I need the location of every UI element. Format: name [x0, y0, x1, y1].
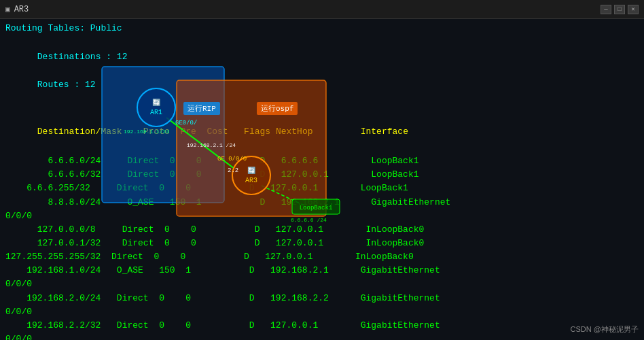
col-proto: Proto — [143, 126, 181, 137]
window-icon: ▣ — [5, 5, 10, 14]
route-row: 192.168.2.0/24 Direct 0 0 D 192.168.2.2 … — [5, 292, 639, 305]
route-row: 6.6.6.0/24 Direct 0 0 D 6.6.6.6 LoopBack… — [5, 154, 639, 168]
column-headers: Destination/Mask Proto Pre Cost Flags Ne… — [5, 111, 639, 153]
col-interface: Interface — [361, 126, 408, 137]
terminal-content: Routing Tables: Public Destinations : 12… — [0, 19, 644, 340]
col-cost: Cost — [207, 126, 244, 137]
col-dest: Destination/Mask — [37, 126, 143, 137]
watermark: CSDN @神秘泥男子 — [571, 324, 639, 335]
title-bar: ▣ AR3 ─ □ ✕ — [0, 0, 644, 19]
route-continuation: 0/0/0 — [5, 333, 639, 340]
destinations-count: Destinations : 12 — [37, 52, 128, 62]
route-row: 192.168.1.0/24 O_ASE 150 1 D 192.168.2.1… — [5, 264, 639, 277]
routes-count: Routes : 12 — [37, 80, 96, 90]
minimize-button[interactable]: ─ — [601, 5, 611, 14]
route-row: 6.6.6.255/32 Direct 0 0 D 127.0.0.1 Loop… — [5, 182, 639, 195]
route-row: 192.168.2.2/32 Direct 0 0 D 127.0.0.1 Gi… — [5, 319, 639, 333]
destinations-routes-line: Destinations : 12 Routes : 12 — [5, 36, 639, 107]
col-nexthop: NextHop — [276, 126, 361, 137]
route-row: 8.8.8.0/24 O_ASE 150 1 D 192.168.2.1 Gig… — [5, 196, 639, 209]
route-row: 127.0.0.0/8 Direct 0 0 D 127.0.0.1 InLoo… — [5, 223, 639, 237]
terminal-window: ▣ AR3 ─ □ ✕ Routing Tables: Public Desti… — [0, 0, 644, 340]
routing-table-header: Routing Tables: Public — [5, 22, 639, 36]
window-title: AR3 — [14, 5, 29, 14]
route-continuation: 0/0/0 — [5, 209, 639, 223]
route-row: 127.0.0.1/32 Direct 0 0 D 127.0.0.1 InLo… — [5, 237, 639, 250]
route-row: 127.255.255.255/32 Direct 0 0 D 127.0.0.… — [5, 250, 639, 264]
close-button[interactable]: ✕ — [628, 5, 639, 14]
window-controls: ─ □ ✕ — [601, 5, 639, 14]
col-pre: Pre — [180, 126, 207, 137]
maximize-button[interactable]: □ — [614, 5, 625, 14]
route-continuation: 0/0/0 — [5, 277, 639, 291]
route-continuation: 0/0/0 — [5, 305, 639, 319]
col-flags: Flags — [244, 126, 276, 137]
route-row: 6.6.6.6/32 Direct 0 0 D 127.0.0.1 LoopBa… — [5, 168, 639, 182]
